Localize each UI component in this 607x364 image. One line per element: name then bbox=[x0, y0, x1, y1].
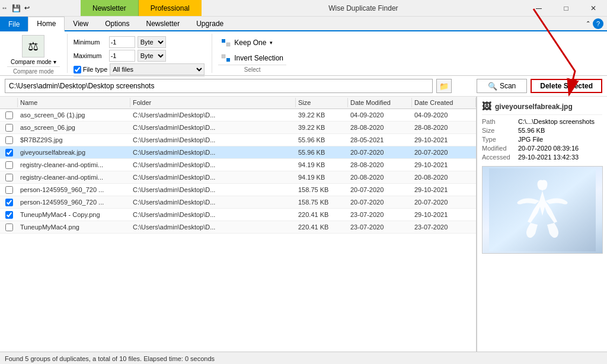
delete-selected-button[interactable]: Delete Selected bbox=[531, 79, 602, 93]
row-checkbox[interactable] bbox=[5, 211, 13, 219]
modified-prop-value: 20-07-2020 08:39:16 bbox=[518, 145, 579, 152]
minimum-label: Minimum bbox=[74, 39, 107, 46]
row-size: 39.22 KB bbox=[296, 123, 348, 132]
table-row[interactable]: TuneupMyMac4.png C:\Users\admin\Desktop\… bbox=[0, 221, 476, 234]
row-folder: C:\Users\admin\Desktop\D... bbox=[130, 148, 296, 157]
row-created: 20-08-2020 bbox=[412, 173, 476, 182]
svg-rect-1 bbox=[226, 43, 230, 46]
row-folder: C:\Users\admin\Desktop\D... bbox=[130, 110, 296, 120]
path-input[interactable] bbox=[5, 79, 433, 93]
maximize-button[interactable]: □ bbox=[552, 0, 580, 17]
row-checkbox-cell bbox=[0, 174, 18, 181]
col-header-name[interactable]: Name bbox=[18, 98, 130, 107]
table-row[interactable]: registry-cleaner-and-optimi... C:\Users\… bbox=[0, 171, 476, 184]
row-folder: C:\Users\admin\Desktop\D... bbox=[130, 185, 296, 194]
minimum-unit-select[interactable]: ByteKBMBGB bbox=[138, 36, 166, 48]
file-type-label: File type bbox=[83, 66, 108, 73]
maximum-label: Maximum bbox=[74, 52, 107, 59]
svg-rect-2 bbox=[222, 55, 225, 58]
app-title: Wise Duplicate Finder bbox=[202, 0, 525, 16]
type-prop-label: Type bbox=[482, 136, 515, 143]
close-button[interactable]: ✕ bbox=[580, 0, 607, 17]
row-checkbox[interactable] bbox=[5, 161, 13, 169]
minimum-input[interactable] bbox=[109, 36, 135, 48]
table-body: aso_screen_06 (1).jpg C:\Users\admin\Des… bbox=[0, 109, 476, 352]
table-row[interactable]: aso_screen_06.jpg C:\Users\admin\Desktop… bbox=[0, 122, 476, 134]
maximum-unit-select[interactable]: ByteKBMBGB bbox=[138, 50, 166, 62]
table-row[interactable]: person-1245959_960_720 ... C:\Users\admi… bbox=[0, 196, 476, 209]
row-created: 29-10-2021 bbox=[412, 160, 476, 170]
row-checkbox[interactable] bbox=[5, 186, 13, 194]
keep-one-button[interactable]: Keep One ▾ bbox=[218, 36, 286, 49]
row-checkbox[interactable] bbox=[5, 223, 13, 231]
minimize-button[interactable]: ─ bbox=[525, 0, 552, 17]
row-name: person-1245959_960_720 ... bbox=[18, 197, 130, 207]
type-prop-value: JPG File bbox=[518, 136, 543, 143]
compare-mode-button[interactable]: ⚖ Compare mode ▾ bbox=[7, 34, 60, 66]
row-checkbox-cell bbox=[0, 211, 18, 219]
row-size: 94.19 KB bbox=[296, 160, 348, 170]
row-folder: C:\Users\admin\Desktop\D... bbox=[130, 197, 296, 207]
row-size: 158.75 KB bbox=[296, 197, 348, 207]
preview-filename: 🖼 giveyourselfabreak.jpg bbox=[482, 101, 602, 115]
row-modified: 04-09-2020 bbox=[348, 110, 412, 120]
table-row[interactable]: $R7BZ29S.jpg C:\Users\admin\Desktop\D...… bbox=[0, 134, 476, 146]
row-modified: 23-07-2020 bbox=[348, 222, 412, 232]
file-type-select[interactable]: All filesImagesVideosAudioDocuments bbox=[110, 63, 205, 75]
invert-selection-label: Invert Selection bbox=[234, 54, 283, 62]
tab-home[interactable]: Home bbox=[28, 17, 65, 31]
newsletter-top-tab[interactable]: Newsletter bbox=[81, 0, 139, 16]
row-size: 55.96 KB bbox=[296, 148, 348, 157]
ribbon-collapse-icon[interactable]: ⌃ bbox=[586, 20, 590, 27]
col-header-folder[interactable]: Folder bbox=[130, 98, 296, 107]
professional-top-tab[interactable]: Professional bbox=[139, 0, 202, 16]
quick-undo-icon[interactable]: ↩ bbox=[23, 3, 31, 13]
col-header-modified[interactable]: Date Modified bbox=[348, 98, 412, 107]
row-checkbox-cell bbox=[0, 161, 18, 169]
row-name: registry-cleaner-and-optimi... bbox=[18, 173, 130, 182]
table-row[interactable]: registry-cleaner-and-optimi... C:\Users\… bbox=[0, 159, 476, 171]
col-header-size[interactable]: Size bbox=[296, 98, 348, 107]
row-created: 29-10-2021 bbox=[412, 185, 476, 194]
folder-browse-button[interactable]: 📁 bbox=[436, 79, 452, 93]
tab-file[interactable]: File bbox=[0, 17, 28, 31]
row-checkbox[interactable] bbox=[5, 174, 13, 181]
scan-button[interactable]: 🔍 Scan bbox=[477, 79, 527, 93]
search-icon: 🔍 bbox=[488, 82, 497, 91]
invert-selection-button[interactable]: Invert Selection bbox=[218, 52, 286, 65]
row-size: 94.19 KB bbox=[296, 173, 348, 182]
table-row[interactable]: person-1245959_960_720 ... C:\Users\admi… bbox=[0, 184, 476, 196]
select-group: Keep One ▾ Invert Selection Select bbox=[212, 34, 293, 73]
table-row[interactable]: aso_screen_06 (1).jpg C:\Users\admin\Des… bbox=[0, 109, 476, 122]
file-type-checkbox[interactable] bbox=[74, 66, 81, 74]
tab-options[interactable]: Options bbox=[97, 17, 138, 30]
row-checkbox[interactable] bbox=[5, 136, 13, 144]
help-icon[interactable]: ? bbox=[593, 18, 603, 29]
row-folder: C:\Users\admin\Desktop\D... bbox=[130, 173, 296, 182]
row-name: registry-cleaner-and-optimi... bbox=[18, 160, 130, 170]
tab-view[interactable]: View bbox=[65, 17, 97, 30]
row-checkbox[interactable] bbox=[5, 111, 13, 119]
col-header-created[interactable]: Date Created bbox=[412, 98, 476, 107]
row-name: TuneupMyMac4.png bbox=[18, 222, 130, 232]
row-checkbox[interactable] bbox=[5, 149, 13, 157]
row-size: 220.41 KB bbox=[296, 222, 348, 232]
table-header: Name Folder Size Date Modified Date Crea… bbox=[0, 97, 476, 109]
folder-icon: 📁 bbox=[439, 82, 449, 91]
accessed-prop-value: 29-10-2021 13:42:33 bbox=[518, 154, 579, 161]
compare-mode-group: ⚖ Compare mode ▾ Compare mode bbox=[5, 34, 68, 73]
row-created: 29-10-2021 bbox=[412, 135, 476, 145]
quick-save-icon[interactable]: 💾 bbox=[11, 3, 22, 14]
row-created: 28-08-2020 bbox=[412, 123, 476, 132]
maximum-input[interactable] bbox=[109, 50, 135, 62]
row-checkbox[interactable] bbox=[5, 124, 13, 132]
table-row[interactable]: TuneupMyMac4 - Copy.png C:\Users\admin\D… bbox=[0, 209, 476, 221]
preview-panel: 🖼 giveyourselfabreak.jpg Path C:\...\Des… bbox=[477, 97, 607, 352]
row-checkbox[interactable] bbox=[5, 199, 13, 206]
row-checkbox-cell bbox=[0, 124, 18, 132]
row-folder: C:\Users\admin\Desktop\D... bbox=[130, 222, 296, 232]
table-row[interactable]: giveyourselfabreak.jpg C:\Users\admin\De… bbox=[0, 146, 476, 159]
tab-newsletter[interactable]: Newsletter bbox=[138, 17, 189, 30]
tab-upgrade[interactable]: Upgrade bbox=[188, 17, 232, 30]
modified-prop-label: Modified bbox=[482, 145, 515, 152]
